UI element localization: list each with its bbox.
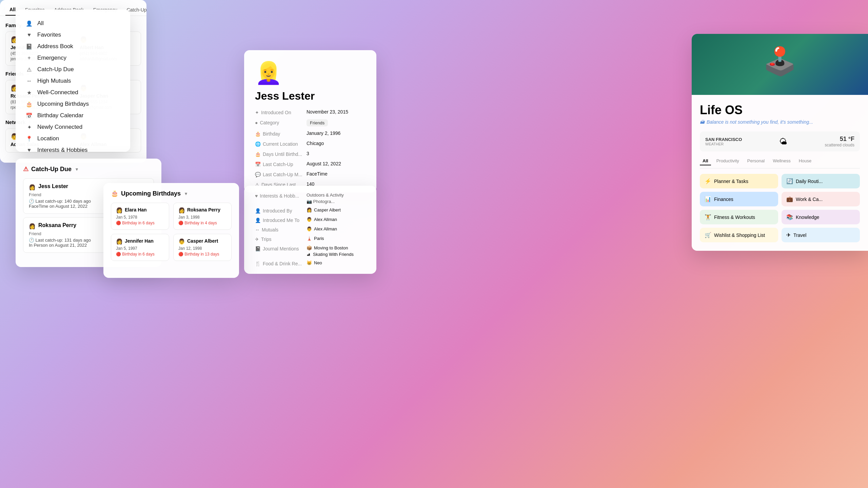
lifeos-tab-wellness[interactable]: Wellness [770,157,793,165]
sidebar-item-address-book[interactable]: 📓Address Book [22,41,123,52]
sidebar-label-interests: Interests & Hobbies [37,147,87,152]
catchup-name: Roksana Perry [38,222,76,228]
lifeos-item-travel[interactable]: ✈Travel [782,228,860,242]
lifeos-item-label: Daily Routi... [796,179,823,184]
ext-item-name: Alex Allman [314,226,337,231]
profile-ext-fields: ♥Interests & Hobb...Outdoors & Activity📷… [255,192,366,266]
lifeos-hero-image: 🕹️ [692,34,868,95]
sidebar-label-emergency: Emergency [37,55,66,61]
sidebar-item-all[interactable]: 👤All [22,18,123,29]
ext-item: 😸Neo [307,260,322,265]
profile-field-icon: 💬 [255,172,261,177]
sidebar-item-emergency[interactable]: +Emergency [22,52,123,64]
birthday-name: Jennifer Han [125,238,154,244]
lifeos-item-fitness-&-workouts[interactable]: 🏋Fitness & Workouts [700,210,778,224]
sidebar-item-upcoming-birthdays[interactable]: 🎂Upcoming Birthdays [22,98,123,110]
catchup-chevron-icon: ▾ [76,167,78,172]
ext-field-row: ✈Trips🗼Paris [255,236,366,242]
ext-field-label: 👤Introduced Me To [255,217,302,223]
ext-field-icon: 📓 [255,246,261,251]
lifeos-item-icon: 🏋 [705,214,711,220]
sidebar-icon-newly-connected: ✦ [26,124,33,130]
birthday-days: 🔴 Birthday in 6 days [116,221,164,225]
lifeos-item-planner-&-tasks[interactable]: ⚡Planner & Tasks [700,174,778,188]
profile-field-row: 🌐Current LocationChicago [255,141,366,147]
sidebar-item-well-connected[interactable]: ★Well-Connected [22,87,123,98]
profile-field-icon: 🎂 [255,131,261,137]
ext-item: ⛸Skating With Friends [307,252,354,257]
profile-field-label: 🌐Current Location [255,141,302,147]
birthday-card[interactable]: 👨Casper AlbertJan 12, 1998🔴 Birthday in … [173,234,232,261]
sidebar-item-location[interactable]: 📍Location [22,133,123,144]
profile-field-value: FaceTime [307,171,328,177]
sidebar-item-favorites[interactable]: ♥Favorites [22,29,123,41]
ext-field-icon: 👤 [255,208,261,214]
lifeos-item-daily-routi...[interactable]: 🔄Daily Routi... [782,174,860,188]
catchup-warning-icon: ⚠ [23,165,28,173]
lifeos-items-grid: ⚡Planner & Tasks🔄Daily Routi...📊Finances… [700,174,860,242]
lifeos-item-label: Work & Ca... [796,197,823,202]
sidebar-icon-birthday-calendar: 📅 [26,112,33,119]
catchup-avatar: 👩 [29,184,36,190]
birthday-date: Jan 5, 1978 [116,215,164,220]
ext-field-values: 👨Alex Allman [307,217,337,222]
birthdays-icon: 🎂 [111,190,118,197]
ext-item: 📦Moving to Boston [307,245,354,250]
profile-field-row: 📅Last Catch-UpAugust 12, 2022 [255,161,366,167]
ext-item-name: Skating With Friends [313,252,354,257]
lifeos-item-work-&-ca...[interactable]: 💼Work & Ca... [782,192,860,206]
ext-item-avatar: 👩 [307,207,312,212]
ext-item-name: Paris [314,236,324,241]
sidebar-item-high-mutuals[interactable]: ↔High Mutuals [22,75,123,87]
ext-field-label: 🍴Food & Drink Re... [255,260,302,266]
sidebar-item-catchup-due[interactable]: ⚠Catch-Up Due [22,64,123,75]
ext-item-avatar: 👨 [307,226,312,231]
profile-panel: 👱‍♀️ Jess Lester ✦Introduced OnNovember … [244,50,376,192]
lifeos-item-icon: 💼 [786,196,793,202]
lifeos-item-icon: 📊 [705,196,711,202]
sidebar-item-birthday-calendar[interactable]: 📅Birthday Calendar [22,110,123,121]
ext-field-label: ↔Mutuals [255,226,302,232]
lifeos-tab-productivity[interactable]: Productivity [714,157,742,165]
profile-field-label: ●Category [255,119,302,125]
ext-item-name: Casper Albert [314,207,341,212]
sidebar-item-newly-connected[interactable]: ✦Newly Connected [22,121,123,133]
profile-avatar: 👱‍♀️ [255,60,366,86]
birthday-card[interactable]: 👩Elara HanJan 5, 1978🔴 Birthday in 6 day… [111,203,169,230]
weather-temp: 51 °F [825,136,854,143]
profile-field-row: 💬Last Catch-Up M...FaceTime [255,171,366,177]
sidebar-label-newly-connected: Newly Connected [37,124,82,130]
birthday-avatar: 👩 [178,207,185,214]
lifeos-item-wishlist-&-shopping-list[interactable]: 🛒Wishlist & Shopping List [700,228,778,242]
birthdays-grid: 👩Elara HanJan 5, 1978🔴 Birthday in 6 day… [111,203,232,261]
birthday-card[interactable]: 👩Jennifer HanJan 5, 1997🔴 Birthday in 6 … [111,234,169,261]
birthday-card[interactable]: 👩Roksana PerryJan 3, 1998🔴 Birthday in 4… [173,203,232,230]
lifeos-quote: 🏔Balance is not something you find, it's… [700,119,860,125]
catchup-avatar: 👩 [29,223,36,229]
sidebar-icon-favorites: ♥ [26,32,33,38]
ext-field-values: 👩Casper Albert [307,207,341,212]
birthdays-header: 🎂 Upcoming Birthdays ▾ [111,190,232,197]
lifeos-item-label: Planner & Tasks [714,179,748,184]
sidebar-panel: 👤All♥Favorites📓Address Book+Emergency⚠Ca… [16,9,130,152]
sidebar-item-interests[interactable]: ♥Interests & Hobbies [22,144,123,152]
profile-field-value: January 2, 1996 [307,130,340,136]
sidebar-icon-interests: ♥ [26,147,33,152]
lifeos-item-knowledge[interactable]: 📚Knowledge [782,210,860,224]
profile-field-value: Chicago [307,141,324,146]
ext-field-icon: ✈ [255,237,259,242]
ext-field-row: 🍴Food & Drink Re...😸Neo [255,260,366,266]
lifeos-tab-house[interactable]: House [796,157,814,165]
ext-field-label: 📓Journal Mentions [255,245,302,251]
joystick-icon: 🕹️ [763,45,797,77]
profile-field-icon: ✦ [255,110,259,115]
ext-item: 🗼Paris [307,236,324,241]
lifeos-item-finances[interactable]: 📊Finances [700,192,778,206]
sidebar-icon-all: 👤 [26,20,33,27]
ext-field-values: 👨Alex Allman [307,226,337,231]
ext-interests-row: ♥Interests & Hobb...Outdoors & Activity📷… [255,192,366,204]
lifeos-tab-personal[interactable]: Personal [745,157,767,165]
lifeos-tab-all[interactable]: All [700,157,711,165]
profile-field-label: 💬Last Catch-Up M... [255,171,302,177]
ext-values: Outdoors & Activity📷 Photogra... [307,192,344,204]
